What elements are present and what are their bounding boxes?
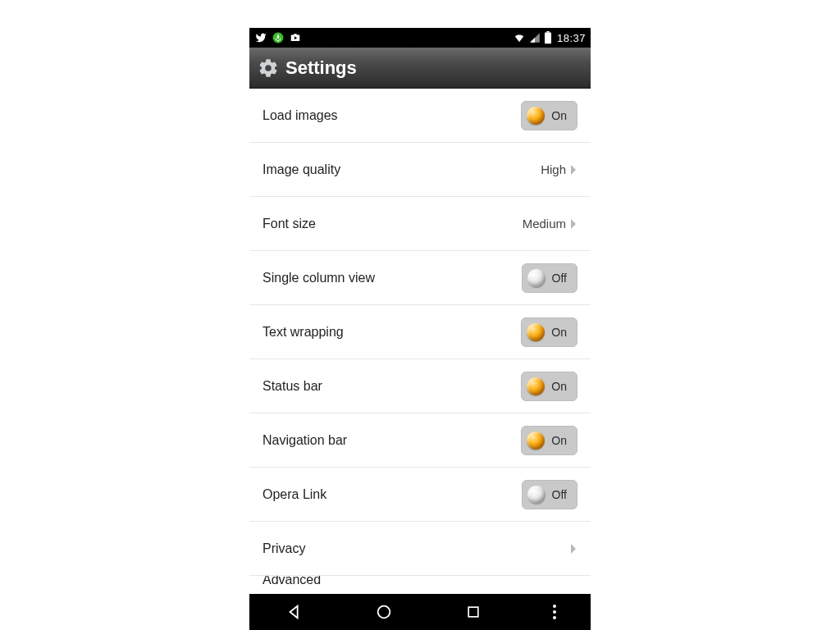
row-label: Navigation bar <box>262 433 347 448</box>
twitter-icon <box>254 32 267 43</box>
svg-rect-4 <box>546 31 549 33</box>
row-label: Load images <box>262 108 338 123</box>
toggle-ball-icon <box>527 269 546 287</box>
row-value: High <box>541 162 566 176</box>
row-text-wrapping[interactable]: Text wrapping On <box>249 305 591 359</box>
row-label: Advanced <box>262 576 321 587</box>
mic-badge-icon <box>272 32 284 43</box>
svg-point-8 <box>553 610 556 614</box>
status-right: 18:37 <box>513 31 586 44</box>
wifi-icon <box>513 32 526 43</box>
toggle-text-wrapping[interactable]: On <box>521 317 578 347</box>
toggle-label: On <box>551 380 567 393</box>
svg-rect-2 <box>277 41 278 42</box>
row-label: Text wrapping <box>262 325 344 340</box>
settings-gear-icon <box>258 57 279 79</box>
svg-rect-1 <box>277 35 279 39</box>
svg-point-5 <box>377 606 390 619</box>
toggle-ball-icon <box>527 107 545 125</box>
row-advanced[interactable]: Advanced <box>249 576 591 594</box>
row-navigation-bar[interactable]: Navigation bar On <box>249 413 591 468</box>
row-single-column[interactable]: Single column view Off <box>249 251 591 305</box>
status-clock: 18:37 <box>557 32 586 44</box>
battery-icon <box>544 31 552 44</box>
toggle-load-images[interactable]: On <box>521 101 578 130</box>
toggle-navigation-bar[interactable]: On <box>521 426 578 455</box>
row-label: Font size <box>262 217 316 231</box>
svg-point-7 <box>553 605 556 608</box>
toggle-single-column[interactable]: Off <box>522 263 578 293</box>
chevron-right-icon <box>569 218 578 230</box>
nav-recents-button[interactable] <box>454 596 493 628</box>
toggle-label: On <box>551 109 567 122</box>
android-nav-bar <box>249 594 591 630</box>
cell-signal-icon <box>529 32 541 43</box>
toggle-ball-icon <box>527 377 545 395</box>
chevron-right-icon <box>569 543 578 555</box>
chevron-right-icon <box>569 164 578 176</box>
toggle-ball-icon <box>527 486 546 504</box>
nav-back-button[interactable] <box>275 596 314 628</box>
row-opera-link[interactable]: Opera Link Off <box>249 468 591 522</box>
svg-rect-3 <box>545 33 551 44</box>
row-value: Medium <box>523 217 566 231</box>
status-left <box>254 32 302 43</box>
toggle-opera-link[interactable]: Off <box>522 480 578 509</box>
toggle-label: Off <box>552 272 567 285</box>
toggle-label: Off <box>552 488 567 501</box>
row-label: Image quality <box>262 162 340 177</box>
app-bar-title: Settings <box>285 57 357 79</box>
row-label: Privacy <box>262 541 305 556</box>
settings-list: Load images On Image quality High <box>249 89 591 594</box>
app-bar: Settings <box>249 48 591 89</box>
toggle-status-bar[interactable]: On <box>521 372 578 401</box>
play-store-icon <box>289 32 302 43</box>
row-label: Single column view <box>262 271 375 285</box>
row-load-images[interactable]: Load images On <box>249 89 591 143</box>
toggle-ball-icon <box>527 323 545 341</box>
svg-rect-6 <box>468 607 478 617</box>
svg-point-9 <box>553 616 556 619</box>
nav-home-button[interactable] <box>364 596 404 628</box>
toggle-label: On <box>551 326 567 339</box>
row-image-quality[interactable]: Image quality High <box>249 143 591 197</box>
row-font-size[interactable]: Font size Medium <box>249 197 591 251</box>
toggle-ball-icon <box>527 431 545 450</box>
row-status-bar[interactable]: Status bar On <box>249 359 591 413</box>
android-status-bar: 18:37 <box>249 28 591 48</box>
row-privacy[interactable]: Privacy <box>249 522 591 576</box>
row-label: Opera Link <box>262 487 326 502</box>
nav-menu-button[interactable] <box>543 596 566 628</box>
toggle-label: On <box>551 434 567 447</box>
row-label: Status bar <box>262 379 322 394</box>
phone-frame: 18:37 Settings Load images On <box>249 28 591 630</box>
